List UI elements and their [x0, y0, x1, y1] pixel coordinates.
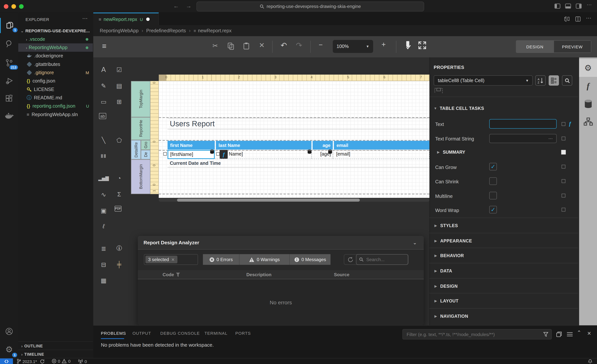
table-cell-lastname[interactable]: Name]: [229, 151, 243, 157]
toolbox-list-icon[interactable]: ≣: [99, 244, 108, 253]
analyzer-filter-chipbox[interactable]: 3 selected ✕: [144, 254, 198, 265]
validate-icon[interactable]: [403, 41, 411, 51]
split-editor-icon[interactable]: [564, 16, 570, 22]
explorer-item-reportingwebapp[interactable]: › ReportingWebApp: [18, 43, 93, 52]
menu-hamburger-icon[interactable]: ≡: [102, 42, 107, 51]
property-marker-icon[interactable]: [562, 122, 566, 126]
refresh-icon[interactable]: [348, 256, 353, 262]
activitybar-docker[interactable]: [0, 108, 18, 124]
table-header-lastname[interactable]: last Name: [216, 141, 312, 149]
minimize-window-button[interactable]: [11, 4, 16, 9]
format-property-input[interactable]: …: [489, 134, 557, 143]
tab-terminal[interactable]: TERMINAL: [204, 331, 228, 335]
toolbox-pageinfo-icon[interactable]: 🛈: [115, 244, 124, 253]
filter-funnel-icon[interactable]: [176, 272, 180, 277]
datetime-textbox[interactable]: Current Date and Time: [168, 159, 430, 167]
tab-ports[interactable]: PORTS: [235, 331, 251, 335]
problems-filter-input[interactable]: [406, 331, 543, 337]
fx-expression-button[interactable]: ƒ: [220, 150, 228, 159]
toolbox-printing-icon[interactable]: ▦: [99, 276, 108, 285]
explorer-item-readme[interactable]: ⓘ README.md: [18, 94, 93, 102]
tab-newreport[interactable]: ≡ newReport.repx U: [93, 13, 159, 25]
property-marker-icon[interactable]: [562, 179, 566, 183]
property-marker-icon[interactable]: [562, 137, 566, 140]
toolbox-clipboard-icon[interactable]: ▣: [99, 206, 108, 215]
row-handle[interactable]: [163, 152, 167, 155]
table-header-age[interactable]: age: [313, 141, 333, 149]
maximize-panel-icon[interactable]: ⌃: [577, 329, 581, 335]
messages-tab[interactable]: 0 Messages: [290, 254, 331, 265]
panel-list-icon[interactable]: [567, 332, 573, 337]
paste-icon[interactable]: [243, 42, 249, 50]
explorer-item-dockerignore[interactable]: .dockerignore: [18, 52, 93, 60]
notifications-bell-icon[interactable]: [588, 359, 592, 364]
delete-icon[interactable]: ✕: [259, 41, 265, 49]
band-detail[interactable]: De: [141, 150, 150, 159]
toolbox-shape-icon[interactable]: ⬠: [115, 135, 124, 144]
warnings-tab[interactable]: 0 Warnings: [240, 254, 290, 265]
datasource-strip-item[interactable]: [579, 95, 597, 113]
toolbox-pdf-icon[interactable]: PDF: [115, 206, 121, 211]
sync-icon[interactable]: [40, 359, 44, 364]
editor-more-actions-icon[interactable]: ⋯: [586, 15, 591, 21]
breadcrumb-item[interactable]: ReportingWebApp: [100, 28, 139, 33]
breadcrumb-item[interactable]: newReport.repx: [198, 28, 232, 33]
band-detailreport[interactable]: DetailRe: [131, 140, 141, 160]
table-header-firstname[interactable]: first Name: [168, 141, 215, 149]
selected-chip[interactable]: 3 selected ✕: [145, 256, 177, 263]
table-cell-tasks-header[interactable]: ▼ TABLE CELL TASKS: [434, 106, 484, 111]
close-window-button[interactable]: [4, 4, 8, 9]
customize-layout-icon[interactable]: ⋯: [587, 2, 592, 8]
explorer-root-folder[interactable]: ⌄ REPORTING-USE-DEVEXPRE...: [18, 27, 93, 35]
toggle-secondary-sidebar-icon[interactable]: [576, 3, 582, 9]
collapse-chevron-icon[interactable]: ⌄: [413, 240, 417, 245]
toolbox-chart-icon[interactable]: ▂▅▇: [99, 174, 108, 183]
explorer-item-vscode[interactable]: › .vscode: [18, 35, 93, 43]
activitybar-account[interactable]: [0, 324, 18, 339]
explorer-item-license[interactable]: LICENSE: [18, 85, 93, 93]
report-page[interactable]: Users Report first Name last Name age em…: [159, 81, 429, 198]
designer-h-scrollbar[interactable]: [159, 199, 429, 202]
band-topmargin[interactable]: TopMargin: [131, 81, 150, 117]
tab-output[interactable]: OUTPUT: [133, 331, 151, 335]
tab-debug-console[interactable]: DEBUG CONSOLE: [160, 331, 200, 335]
errors-tab[interactable]: 0 Errors: [203, 254, 239, 265]
scrollbar-thumb[interactable]: [177, 199, 360, 202]
cut-icon[interactable]: ✂: [212, 42, 218, 50]
ellipsis-button[interactable]: …: [548, 135, 553, 140]
problems-status[interactable]: 0 0: [52, 359, 71, 363]
zoom-level-select[interactable]: 100% ▼: [333, 40, 373, 53]
breadcrumb-item[interactable]: PredefinedReports: [146, 28, 186, 33]
toolbox-panel-icon[interactable]: ▭: [99, 97, 108, 106]
wordwrap-checkbox[interactable]: ✓: [489, 206, 497, 213]
table-header-email[interactable]: email: [334, 141, 429, 149]
summary-group-header[interactable]: ▶ SUMMARY: [437, 150, 465, 155]
copy-icon[interactable]: [228, 43, 234, 50]
fullscreen-icon[interactable]: [418, 41, 426, 49]
explorer-item-gitattributes[interactable]: .gitattributes: [18, 60, 93, 68]
text-property-input[interactable]: [489, 119, 557, 129]
section-appearance[interactable]: ▶APPEARANCE: [429, 233, 578, 248]
element-selector[interactable]: tableCell8 (Table Cell) ▼: [434, 75, 533, 85]
zoom-out-icon[interactable]: −: [319, 41, 323, 49]
activitybar-settings[interactable]: ⚙ 1: [0, 341, 18, 358]
zoom-in-icon[interactable]: +: [381, 40, 385, 49]
design-tab[interactable]: DESIGN: [516, 41, 553, 53]
table-cell-firstname[interactable]: [firstName]: [168, 150, 215, 159]
explorer-item-gitignore[interactable]: .gitignore M: [18, 69, 93, 77]
property-marker-icon[interactable]: [562, 194, 566, 197]
explorer-item-sln[interactable]: ≡ ReportingWebApp.sln: [18, 110, 93, 119]
unsaved-dot-icon[interactable]: [146, 17, 150, 21]
section-styles[interactable]: ▶STYLES: [429, 218, 578, 233]
outline-section-header[interactable]: › OUTLINE: [18, 341, 93, 350]
band-groupheader[interactable]: Gro: [141, 140, 150, 150]
problems-filter-box[interactable]: [402, 329, 552, 339]
remote-indicator[interactable]: [0, 358, 13, 364]
expressions-strip-item[interactable]: f: [579, 77, 597, 95]
toolbox-label-icon[interactable]: A: [99, 65, 108, 74]
chip-close-icon[interactable]: ✕: [171, 257, 175, 262]
section-behavior[interactable]: ▶BEHAVIOR: [429, 248, 578, 263]
toolbox-barcode-icon[interactable]: ‖‖: [99, 151, 108, 161]
code-column-header[interactable]: Code: [163, 272, 174, 277]
close-panel-icon[interactable]: ✕: [587, 331, 591, 336]
